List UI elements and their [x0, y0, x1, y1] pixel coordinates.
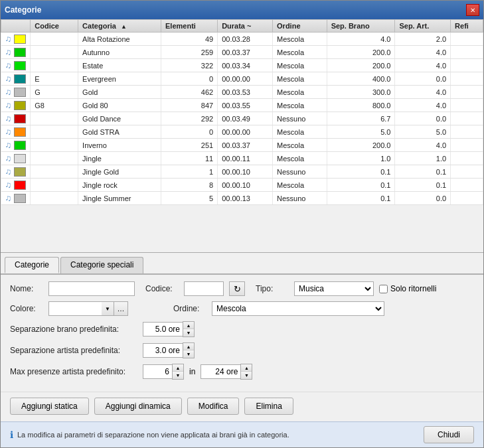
table-row[interactable]: ♫GGold46200.03.53Mescola300.04.0 — [1, 86, 483, 99]
col-icon[interactable] — [1, 20, 31, 33]
table-row[interactable]: ♫Estate32200.03.34Mescola200.04.0 — [1, 59, 483, 72]
solo-ritornelli-label[interactable]: Solo ritornelli — [379, 284, 436, 293]
color-swatch — [14, 154, 26, 163]
chiudi-button[interactable]: Chiudi — [424, 426, 474, 443]
row-categoria: Alta Rotazione — [78, 33, 161, 46]
tab-categorie[interactable]: Categorie — [5, 257, 59, 273]
music-icon: ♫ — [5, 34, 12, 44]
row-elementi: 11 — [161, 152, 218, 165]
codice-label: Codice: — [145, 284, 179, 293]
table-row[interactable]: ♫Jingle Gold100.00.10Nessuno0.10.1 — [1, 165, 483, 179]
row-sep-art: 2.0 — [395, 33, 451, 46]
nome-input[interactable] — [48, 281, 135, 296]
ore-input[interactable] — [201, 364, 240, 379]
row-codice — [31, 179, 78, 192]
row-refi — [451, 192, 483, 205]
modifica-button[interactable]: Modifica — [187, 398, 240, 415]
color-swatch — [14, 61, 26, 70]
max-presenze-input[interactable] — [143, 364, 172, 379]
col-sep-brano[interactable]: Sep. Brano — [327, 20, 395, 33]
row-durata: 00.00.11 — [218, 152, 273, 165]
row-sep-art: 4.0 — [395, 86, 451, 99]
solo-ritornelli-text: Solo ritornelli — [390, 284, 436, 293]
color-swatch — [14, 101, 26, 110]
row-refi — [451, 86, 483, 99]
table-row[interactable]: ♫Jingle rock800.00.10Mescola0.10.1 — [1, 179, 483, 192]
sep-brano-down[interactable]: ▼ — [183, 329, 194, 336]
refresh-button[interactable]: ↻ — [229, 281, 245, 296]
sep-artista-up[interactable]: ▲ — [183, 343, 194, 350]
row-refi — [451, 112, 483, 125]
row-ordine: Nessuno — [273, 192, 327, 205]
row-sep-brano: 0.1 — [327, 165, 395, 179]
sep-artista-down[interactable]: ▼ — [183, 350, 194, 358]
row-elementi: 292 — [161, 112, 218, 125]
table-row[interactable]: ♫Inverno25100.03.37Mescola200.04.0 — [1, 139, 483, 152]
ore-down[interactable]: ▼ — [241, 372, 252, 379]
row-categoria: Autunno — [78, 46, 161, 59]
color-dropdown-arrow[interactable]: ▼ — [102, 301, 114, 316]
aggiungi-dinamica-button[interactable]: Aggiungi dinamica — [94, 398, 182, 415]
max-presenze-down[interactable]: ▼ — [173, 372, 183, 379]
row-icon-cell: ♫ — [1, 99, 31, 112]
codice-input[interactable] — [184, 281, 224, 296]
row-refi — [451, 139, 483, 152]
ore-spinner: ▲ ▼ — [201, 364, 252, 380]
row-durata: 00.03.37 — [218, 46, 273, 59]
row-refi — [451, 152, 483, 165]
ordine-select[interactable]: Mescola Sequenziale Nessuno — [212, 301, 384, 316]
row-codice — [31, 46, 78, 59]
table-row[interactable]: ♫Gold STRA000.00.00Mescola5.05.0 — [1, 125, 483, 139]
max-presenze-up[interactable]: ▲ — [173, 364, 183, 372]
row-codice: E — [31, 72, 78, 86]
table-row[interactable]: ♫G8Gold 8084700.03.55Mescola800.04.0 — [1, 99, 483, 112]
row-refi — [451, 59, 483, 72]
row-ordine: Mescola — [273, 125, 327, 139]
music-icon: ♫ — [5, 100, 12, 110]
row-icon-cell: ♫ — [1, 59, 31, 72]
table-wrapper[interactable]: Codice Categoria ▲ Elementi Durata ~ Ord… — [1, 19, 483, 253]
row-icon-cell: ♫ — [1, 139, 31, 152]
tab-categorie-speciali[interactable]: Categorie speciali — [60, 257, 143, 273]
col-ordine[interactable]: Ordine — [273, 20, 327, 33]
row-codice: G8 — [31, 99, 78, 112]
col-codice[interactable]: Codice — [31, 20, 78, 33]
table-row[interactable]: ♫Autunno25900.03.37Mescola200.04.0 — [1, 46, 483, 59]
table-row[interactable]: ♫Jingle1100.00.11Mescola1.01.0 — [1, 152, 483, 165]
row-elementi: 49 — [161, 33, 218, 46]
table-row[interactable]: ♫Gold Dance29200.03.49Nessuno6.70.0 — [1, 112, 483, 125]
row-durata: 00.00.10 — [218, 165, 273, 179]
table-row[interactable]: ♫EEvergreen000.00.00Mescola400.00.0 — [1, 72, 483, 86]
col-sep-art[interactable]: Sep. Art. — [395, 20, 451, 33]
table-row[interactable]: ♫Alta Rotazione4900.03.28Mescola4.02.0 — [1, 33, 483, 46]
sep-brano-input[interactable] — [143, 322, 183, 336]
title-bar: Categorie ✕ — [1, 1, 483, 19]
aggiungi-statica-button[interactable]: Aggiungi statica — [10, 398, 89, 415]
col-elementi[interactable]: Elementi — [161, 20, 218, 33]
row-codice — [31, 125, 78, 139]
row-elementi: 8 — [161, 179, 218, 192]
row-icon-cell: ♫ — [1, 192, 31, 205]
title-bar-controls: ✕ — [466, 4, 479, 16]
ore-up[interactable]: ▲ — [241, 364, 252, 372]
col-durata[interactable]: Durata ~ — [218, 20, 273, 33]
sep-brano-up[interactable]: ▲ — [183, 322, 194, 329]
col-refi[interactable]: Refi — [451, 20, 483, 33]
window-close-button[interactable]: ✕ — [466, 4, 479, 16]
color-swatch — [14, 167, 26, 177]
color-preview[interactable] — [48, 301, 102, 316]
info-icon: ℹ — [10, 429, 13, 440]
row-durata: 00.03.53 — [218, 86, 273, 99]
row-categoria: Jingle Summer — [78, 192, 161, 205]
tipo-select[interactable]: Musica Spot Jingle News — [294, 281, 374, 296]
sep-artista-input[interactable] — [143, 343, 183, 358]
ore-spinner-btns: ▲ ▼ — [240, 364, 252, 380]
table-row[interactable]: ♫Jingle Summer500.00.13Nessuno0.10.0 — [1, 192, 483, 205]
color-picker-button[interactable]: … — [114, 301, 128, 316]
col-categoria[interactable]: Categoria ▲ — [78, 20, 161, 33]
color-swatch — [14, 74, 26, 84]
elimina-button[interactable]: Elimina — [244, 398, 293, 415]
solo-ritornelli-checkbox[interactable] — [379, 285, 388, 293]
music-icon: ♫ — [5, 140, 12, 150]
row-durata: 00.03.49 — [218, 112, 273, 125]
